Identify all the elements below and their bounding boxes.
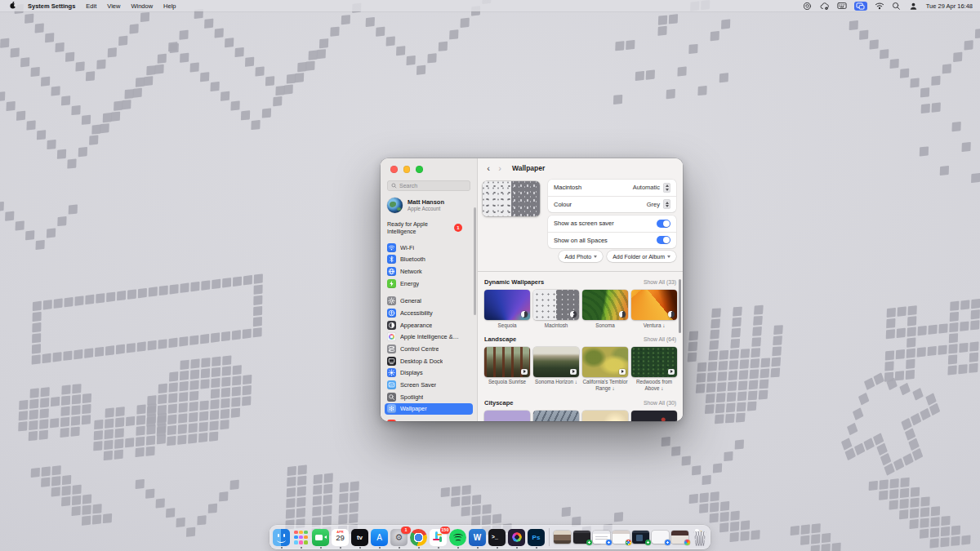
wifi-icon[interactable] <box>875 1 884 11</box>
sidebar-item-partial[interactable] <box>385 418 473 421</box>
sidebar-item-label: Control Centre <box>400 345 439 353</box>
minimized-window-1[interactable] <box>554 531 571 544</box>
menu-item-window[interactable]: Window <box>131 2 153 10</box>
wallpaper-thumb-temblor[interactable] <box>582 347 628 377</box>
wallpaper-thumb-city-3[interactable] <box>582 411 628 421</box>
sidebar-item-screen-saver[interactable]: Screen Saver <box>385 379 473 391</box>
style-dropdown[interactable] <box>663 183 670 193</box>
screen-mirroring-icon[interactable] <box>854 2 867 11</box>
apple-intelligence-banner[interactable]: Ready for Apple Intelligence 1 <box>381 213 477 235</box>
macintosh-wallpaper-art <box>483 181 540 216</box>
forward-button[interactable]: › <box>496 164 504 173</box>
sidebar-item-appearance[interactable]: Appearance <box>385 319 473 331</box>
wallpaper-thumb-city-2[interactable] <box>533 411 579 421</box>
add-folder-button[interactable]: Add Folder or Album <box>607 251 676 262</box>
menu-item-view[interactable]: View <box>107 2 120 10</box>
wallpaper-thumb-ventura[interactable] <box>631 290 677 320</box>
wallpaper-thumb-sequoia[interactable] <box>484 290 530 320</box>
minimized-window-4[interactable] <box>612 531 630 544</box>
apple-menu-icon[interactable] <box>9 1 17 11</box>
dock-finder-icon[interactable] <box>273 529 290 546</box>
minimized-window-2[interactable] <box>573 531 590 544</box>
minimized-window-3[interactable] <box>593 531 610 544</box>
show-all-link[interactable]: Show All (64) <box>644 336 676 342</box>
dock-photoshop-icon[interactable]: Ps <box>528 529 545 546</box>
wallpaper-thumb-city-4[interactable] <box>631 411 677 421</box>
sidebar-item-network[interactable]: Network <box>385 265 473 278</box>
wallpaper-thumb-redwoods[interactable] <box>631 347 677 377</box>
dock-appletv-icon[interactable]: tv <box>351 529 368 546</box>
video-badge-icon <box>570 369 577 375</box>
sidebar-item-control-centre[interactable]: Control Centre <box>385 343 473 355</box>
wallpaper-thumb-city-1[interactable] <box>484 411 530 421</box>
user-icon[interactable] <box>909 1 919 11</box>
zoom-button[interactable] <box>416 166 423 173</box>
show-all-link[interactable]: Show All (30) <box>644 400 676 406</box>
wallpaper-thumb-sequoia-sunrise[interactable] <box>484 347 530 377</box>
dock-settings-icon[interactable]: ⚙1 <box>390 529 408 546</box>
dock-calendar-icon[interactable]: APR29 <box>332 529 349 546</box>
dock-chrome-icon[interactable] <box>410 529 427 546</box>
trash-icon[interactable] <box>693 529 707 546</box>
cloud-sync-icon[interactable] <box>820 1 830 11</box>
keyboard-icon[interactable] <box>837 1 847 11</box>
minimized-window-7[interactable] <box>671 531 688 544</box>
minimized-window-5[interactable] <box>632 531 649 544</box>
banner-badge: 1 <box>454 224 462 232</box>
assistant-icon[interactable] <box>803 1 813 11</box>
sidebar-item-accessibility[interactable]: Accessibility <box>385 307 473 319</box>
sidebar-item-general[interactable]: General <box>385 295 473 307</box>
sidebar-item-wifi[interactable]: Wi-Fi <box>385 242 473 254</box>
dock-terminal-icon[interactable]: >_ <box>488 529 506 546</box>
screen-saver-toggle[interactable] <box>657 220 670 228</box>
dock-word-icon[interactable]: W <box>469 529 486 546</box>
minimize-button[interactable] <box>403 166 411 173</box>
apple-account-row[interactable]: Matt Hanson Apple Account <box>381 191 477 213</box>
dock-facetime-icon[interactable] <box>312 529 329 546</box>
colour-label: Colour <box>554 201 572 208</box>
sidebar-item-wallpaper[interactable]: Wallpaper <box>385 403 473 415</box>
sidebar-item-displays[interactable]: Displays <box>385 367 473 380</box>
back-button[interactable]: ‹ <box>484 164 492 173</box>
search-input[interactable]: Search <box>387 180 470 191</box>
colour-dropdown[interactable] <box>663 199 670 209</box>
wallpaper-thumb-sonoma[interactable] <box>582 290 628 320</box>
menu-app-name[interactable]: System Settings <box>28 2 75 10</box>
dock-spotify-icon[interactable] <box>449 529 466 546</box>
wallpaper-thumb-macintosh[interactable] <box>533 290 579 320</box>
wallpaper-cell: Sequoia <box>484 290 530 329</box>
menu-clock[interactable]: Tue 29 Apr 16:48 <box>926 2 973 10</box>
colour-row: Colour Grey <box>548 196 676 213</box>
running-indicator <box>516 547 518 549</box>
content-header: ‹ › Wallpaper <box>478 158 683 178</box>
current-wallpaper-preview[interactable] <box>483 181 540 216</box>
sidebar-item-bluetooth[interactable]: Bluetooth <box>385 253 473 265</box>
add-photo-button[interactable]: Add Photo <box>559 251 603 262</box>
running-indicator <box>340 547 341 549</box>
wallpaper-thumb-sonoma-horizon[interactable] <box>533 347 579 377</box>
spotlight-icon[interactable] <box>892 1 902 11</box>
sidebar-item-energy[interactable]: Energy <box>385 278 473 290</box>
show-all-link[interactable]: Show All (33) <box>644 279 676 285</box>
dynamic-badge-icon <box>668 311 675 318</box>
dock-launchpad-icon[interactable] <box>292 529 310 546</box>
close-button[interactable] <box>390 166 398 173</box>
content-scrollbar[interactable] <box>679 279 681 333</box>
all-spaces-toggle[interactable] <box>657 236 670 244</box>
menu-item-edit[interactable]: Edit <box>86 2 96 10</box>
wallpaper-thumb-label: Sonoma Horizon ↓ <box>532 379 580 385</box>
sidebar-item-desktop-dock[interactable]: Desktop & Dock <box>385 355 473 367</box>
sidebar-item-label: Accessibility <box>400 309 433 317</box>
sidebar-item-apple-intelligence[interactable]: Apple Intelligence &… <box>385 331 473 344</box>
dock-slack-icon[interactable]: 150 <box>430 529 447 546</box>
dynamic-badge-icon <box>619 311 626 318</box>
sidebar-scrollbar[interactable] <box>474 207 476 315</box>
dock-creative-cloud-icon[interactable] <box>508 529 525 546</box>
menu-item-help[interactable]: Help <box>163 2 176 10</box>
menu-bar-left: System Settings EditViewWindowHelp <box>0 1 176 11</box>
dock-appstore-icon[interactable]: A <box>371 529 388 546</box>
sidebar-item-spotlight[interactable]: Spotlight <box>385 391 473 403</box>
running-indicator <box>497 547 498 549</box>
minimized-window-6[interactable] <box>652 531 669 544</box>
add-folder-label: Add Folder or Album <box>612 254 665 260</box>
